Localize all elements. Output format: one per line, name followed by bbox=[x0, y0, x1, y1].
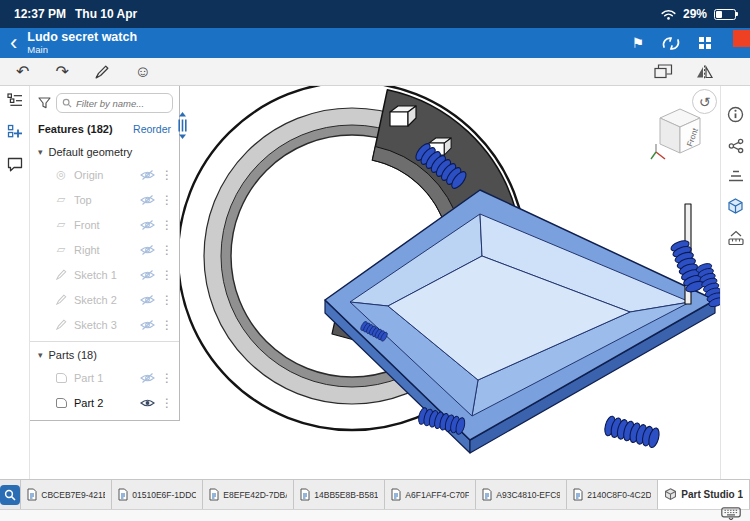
hidden-eye-icon[interactable] bbox=[140, 270, 155, 280]
feature-row-origin[interactable]: ◎ Origin ⋮ bbox=[30, 162, 179, 187]
feature-row-front[interactable]: ▱ Front ⋮ bbox=[30, 212, 179, 237]
filter-input[interactable] bbox=[76, 98, 167, 109]
right-sidebar bbox=[720, 86, 750, 479]
create-drawing-icon[interactable] bbox=[654, 64, 673, 79]
redo-button[interactable]: ↷ bbox=[55, 64, 68, 80]
section-default-geometry[interactable]: ▾ Default geometry bbox=[30, 141, 179, 162]
part-studio-tab-icon bbox=[664, 488, 677, 501]
part-row-2[interactable]: Part 2 ⋮ bbox=[30, 390, 179, 415]
versions-icon[interactable] bbox=[728, 169, 744, 183]
measure-icon[interactable] bbox=[728, 230, 744, 246]
part-row-1[interactable]: Part 1 ⋮ bbox=[30, 365, 179, 390]
find-tab-button[interactable] bbox=[0, 480, 21, 509]
tab-label: A93C4810-EFC9-... bbox=[496, 490, 560, 500]
document-tab-icon bbox=[300, 488, 310, 501]
hidden-eye-icon[interactable] bbox=[140, 195, 155, 205]
feature-row-top[interactable]: ▱ Top ⋮ bbox=[30, 187, 179, 212]
document-tab-icon bbox=[209, 488, 219, 501]
document-tab[interactable]: E8EFE42D-7DBA-... bbox=[203, 480, 294, 509]
sketch-pencil-icon[interactable] bbox=[95, 65, 109, 79]
features-heading: Features (182) bbox=[38, 123, 113, 135]
origin-icon: ◎ bbox=[54, 168, 68, 181]
row-menu-icon[interactable]: ⋮ bbox=[161, 243, 173, 257]
tab-label: 14BB5E8B-B581-... bbox=[314, 490, 378, 500]
row-menu-icon[interactable]: ⋮ bbox=[161, 396, 173, 410]
insert-feature-icon[interactable] bbox=[7, 124, 23, 140]
sketch-icon bbox=[54, 319, 68, 330]
document-tab[interactable]: CBCEB7E9-421E-... bbox=[21, 480, 112, 509]
plane-icon: ▱ bbox=[54, 243, 68, 256]
part-studio-cube-icon[interactable] bbox=[727, 198, 744, 215]
row-menu-icon[interactable]: ⋮ bbox=[161, 168, 173, 182]
hidden-eye-icon[interactable] bbox=[140, 320, 155, 330]
date: Thu 10 Apr bbox=[75, 7, 137, 21]
filter-search-box[interactable] bbox=[56, 93, 173, 113]
reorder-link[interactable]: Reorder bbox=[133, 123, 171, 135]
feature-label: Sketch 1 bbox=[74, 269, 140, 281]
share-icon[interactable] bbox=[728, 138, 744, 154]
status-bar: 12:37 PM Thu 10 Apr 29% bbox=[0, 0, 750, 28]
hidden-eye-icon[interactable] bbox=[140, 170, 155, 180]
hidden-eye-icon[interactable] bbox=[140, 295, 155, 305]
document-tab-icon bbox=[482, 488, 492, 501]
document-tab[interactable]: A93C4810-EFC9-... bbox=[476, 480, 567, 509]
part-label: Part 2 bbox=[74, 397, 140, 409]
comment-icon[interactable] bbox=[7, 157, 23, 172]
appearance-smiley-icon[interactable]: ☺ bbox=[135, 64, 151, 80]
undo-button[interactable]: ↶ bbox=[16, 64, 29, 80]
part-icon bbox=[54, 373, 68, 383]
search-icon bbox=[62, 98, 72, 108]
panel-resize-handle[interactable] bbox=[176, 112, 189, 139]
section-parts[interactable]: ▾ Parts (18) bbox=[30, 344, 179, 365]
row-menu-icon[interactable]: ⋮ bbox=[161, 218, 173, 232]
hidden-eye-icon[interactable] bbox=[140, 220, 155, 230]
visible-eye-icon[interactable] bbox=[140, 398, 155, 408]
3d-viewport[interactable]: ↺ Front bbox=[180, 86, 720, 479]
sketch-icon bbox=[54, 269, 68, 280]
feature-label: Sketch 3 bbox=[74, 319, 140, 331]
feature-label: Right bbox=[74, 244, 140, 256]
feature-label: Sketch 2 bbox=[74, 294, 140, 306]
document-tab[interactable]: 14BB5E8B-B581-... bbox=[294, 480, 385, 509]
app-header: ‹ Ludo secret watch Main ⚑ bbox=[0, 28, 750, 58]
onshape-logo-icon[interactable] bbox=[661, 36, 681, 51]
tab-label: 2140C8F0-4C2D-... bbox=[587, 490, 651, 500]
cad-model[interactable] bbox=[180, 86, 720, 479]
keyboard-dismiss-icon[interactable] bbox=[721, 507, 741, 520]
feature-label: Origin bbox=[74, 169, 140, 181]
main-area: Features (182) Reorder ▾ Default geometr… bbox=[0, 86, 750, 479]
row-menu-icon[interactable]: ⋮ bbox=[161, 193, 173, 207]
row-menu-icon[interactable]: ⋮ bbox=[161, 268, 173, 282]
feature-list-toggle-icon[interactable] bbox=[7, 93, 23, 107]
search-tabs-icon bbox=[0, 485, 20, 505]
document-tab[interactable]: A6F1AFF4-C70F-... bbox=[385, 480, 476, 509]
row-menu-icon[interactable]: ⋮ bbox=[161, 318, 173, 332]
section-view-icon[interactable] bbox=[695, 65, 714, 79]
filter-funnel-icon[interactable] bbox=[38, 97, 51, 109]
document-title: Ludo secret watch bbox=[27, 30, 137, 44]
follow-flag-icon[interactable]: ⚑ bbox=[631, 36, 644, 50]
clock: 12:37 PM bbox=[14, 7, 66, 21]
battery-icon bbox=[714, 9, 736, 20]
info-icon[interactable] bbox=[727, 106, 744, 123]
view-cube[interactable]: Front bbox=[648, 102, 706, 164]
hidden-eye-icon[interactable] bbox=[140, 245, 155, 255]
tab-label: CBCEB7E9-421E-... bbox=[41, 490, 105, 500]
feature-row-sketch-1[interactable]: Sketch 1 ⋮ bbox=[30, 262, 179, 287]
section-label: Default geometry bbox=[49, 146, 133, 158]
row-menu-icon[interactable]: ⋮ bbox=[161, 371, 173, 385]
feature-row-sketch-3[interactable]: Sketch 3 ⋮ bbox=[30, 312, 179, 337]
feature-row-right[interactable]: ▱ Right ⋮ bbox=[30, 237, 179, 262]
tab-part-studio-1[interactable]: Part Studio 1 bbox=[658, 480, 750, 509]
document-tab[interactable]: 2140C8F0-4C2D-... bbox=[567, 480, 658, 509]
back-button[interactable]: ‹ bbox=[10, 31, 17, 55]
feature-row-sketch-2[interactable]: Sketch 2 ⋮ bbox=[30, 287, 179, 312]
document-tab-icon bbox=[391, 488, 401, 501]
apps-grid-icon[interactable] bbox=[698, 36, 712, 50]
feature-label: Front bbox=[74, 219, 140, 231]
hidden-eye-icon[interactable] bbox=[140, 373, 155, 383]
row-menu-icon[interactable]: ⋮ bbox=[161, 293, 173, 307]
workspace-name: Main bbox=[27, 45, 137, 56]
document-tab[interactable]: 01510E6F-1DDC-... bbox=[112, 480, 203, 509]
plane-icon: ▱ bbox=[54, 218, 68, 231]
